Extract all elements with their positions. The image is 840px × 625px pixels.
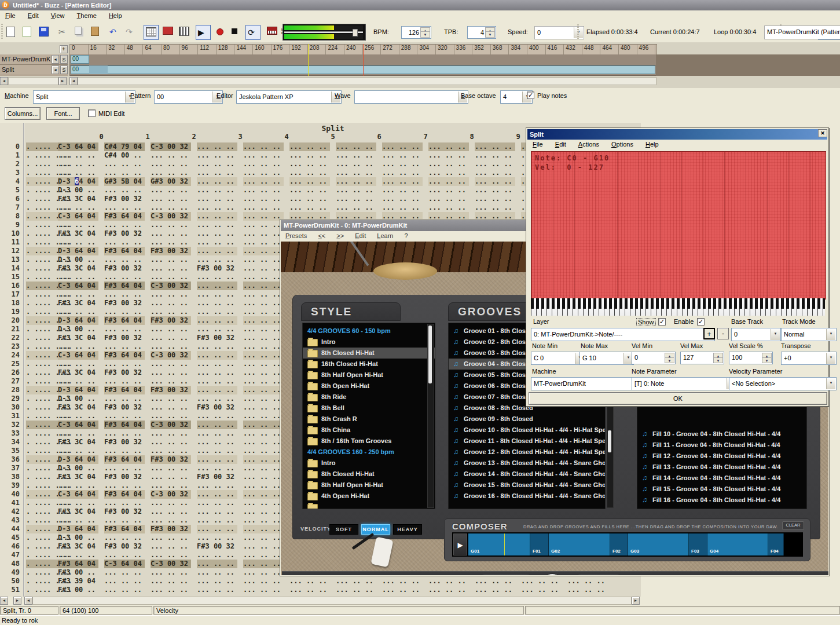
- pattern-cell[interactable]: ... .. ..: [151, 368, 191, 377]
- pattern-cell[interactable]: F#3 64 04: [104, 421, 145, 429]
- pattern-cell[interactable]: ... .. ..: [104, 577, 145, 586]
- add-track-button[interactable]: +: [60, 45, 68, 53]
- track-solo-button[interactable]: S: [60, 55, 68, 64]
- pattern-cell[interactable]: ... .. ..: [475, 177, 515, 186]
- pattern-cell[interactable]: C-3 00 32: [151, 212, 191, 221]
- pattern-cell[interactable]: C-3 64 04: [58, 490, 98, 499]
- pattern-cell[interactable]: ... .. ..: [197, 507, 237, 516]
- pattern-cell[interactable]: ... .. ..: [151, 533, 191, 542]
- pattern-cell[interactable]: ... .. ..: [197, 421, 237, 429]
- pattern-cell[interactable]: ... .. ..: [151, 516, 191, 525]
- groove-item[interactable]: ♫Groove 16 - 8th Closed Hi-Hat - 4/4 - S…: [449, 491, 605, 502]
- pattern-cell[interactable]: C-3 00 32: [151, 560, 191, 568]
- composer-track[interactable]: ▶ G01F01G02F02G03F03G04F04: [452, 532, 803, 557]
- pattern-cell[interactable]: C#4 79 04: [104, 142, 145, 151]
- vel-max-field[interactable]: 127 ▲ ▼: [680, 352, 724, 364]
- loop-button[interactable]: ⟳: [245, 25, 261, 40]
- pattern-cell[interactable]: D-3 00 ..: [58, 464, 98, 473]
- style-folder-item[interactable]: 4th Open Hi-Hat: [303, 491, 435, 502]
- pattern-cell[interactable]: ... .. ..: [336, 577, 376, 586]
- record-button[interactable]: [213, 25, 227, 39]
- pattern-cell[interactable]: ... .. ..: [243, 290, 284, 299]
- pattern-cell[interactable]: ... .. ..: [197, 447, 237, 455]
- pattern-cell[interactable]: ... .. ..: [243, 586, 284, 594]
- pattern-cell[interactable]: F#3 64 04: [58, 560, 98, 568]
- pattern-cell[interactable]: ... .. ..: [58, 151, 98, 160]
- columns-button[interactable]: Columns...: [5, 107, 41, 120]
- menu-file[interactable]: File: [0, 10, 21, 21]
- style-list-scrollbar[interactable]: [427, 324, 434, 508]
- pattern-cell[interactable]: D-3 00 ..: [58, 325, 98, 334]
- pattern-cell[interactable]: ... .. ..: [151, 342, 191, 351]
- pattern-cell[interactable]: C-3 64 04: [58, 212, 98, 221]
- pattern-cell[interactable]: ... .. ..: [58, 221, 98, 229]
- presets-menu[interactable]: Presets: [281, 231, 311, 239]
- pattern-cell[interactable]: ... .. ..: [197, 525, 237, 533]
- transpose-dropdown[interactable]: +0▼: [781, 352, 837, 365]
- track-mute-button[interactable]: ◄: [52, 55, 59, 64]
- gutter-scroll-left[interactable]: ◄: [0, 597, 8, 605]
- pattern-cell[interactable]: ... .. ..: [521, 577, 562, 586]
- pattern-cell[interactable]: ... .. ..: [104, 169, 145, 177]
- pattern-cell[interactable]: ... .. ..: [197, 169, 237, 177]
- pattern-cell[interactable]: ... .. ..: [475, 169, 515, 177]
- undo-button[interactable]: ↶: [108, 25, 122, 39]
- pattern-cell[interactable]: ... .. ..: [243, 473, 284, 481]
- fill-item[interactable]: ♫Fill 14 - Groove 04 - 8th Closed Hi-Hat…: [637, 473, 806, 484]
- groove-item[interactable]: ♫Groove 11 - 8th Closed Hi-Hat - 4/4 - H…: [449, 436, 605, 447]
- pattern-cell[interactable]: ... .. ..: [336, 186, 376, 195]
- ok-button[interactable]: OK: [529, 392, 827, 405]
- pattern-cell[interactable]: F#3 00 32: [104, 473, 145, 481]
- pattern-cell[interactable]: ... .. ..: [336, 586, 376, 594]
- pattern-cell[interactable]: C#4 00 ..: [104, 151, 145, 160]
- pattern-cell[interactable]: ... .. ..: [151, 151, 191, 160]
- pattern-cell[interactable]: ... .. ..: [197, 516, 237, 525]
- pattern-cell[interactable]: ... .. ..: [475, 195, 515, 203]
- pattern-cell[interactable]: C-3 00 32: [151, 421, 191, 429]
- pattern-cell[interactable]: F#3 00 32: [104, 334, 145, 342]
- pattern-cell[interactable]: ... .. ..: [197, 455, 237, 464]
- pattern-cell[interactable]: D-3 00 ..: [58, 533, 98, 542]
- fill-item[interactable]: ♫Fill 15 - Groove 04 - 8th Closed Hi-Hat…: [637, 484, 806, 495]
- pattern-cell[interactable]: ... .. ..: [104, 221, 145, 229]
- pattern-cell[interactable]: ... .. ..: [151, 568, 191, 577]
- composer-segment-f04[interactable]: F04: [768, 533, 784, 555]
- pattern-cell[interactable]: F#3 3C 04: [58, 264, 98, 273]
- style-folder-item[interactable]: 8th Open Hi-Hat: [303, 381, 435, 392]
- groove-item[interactable]: ♫Groove 10 - 8th Closed Hi-Hat - 4/4 - H…: [449, 425, 605, 436]
- redo-button[interactable]: ↷: [124, 25, 138, 39]
- piano-keyboard[interactable]: [531, 298, 825, 316]
- pattern-cell[interactable]: ... .. ..: [104, 203, 145, 212]
- pattern-cell[interactable]: ... .. ..: [243, 273, 284, 282]
- pattern-cell[interactable]: ... .. ..: [197, 464, 237, 473]
- note-min-dropdown[interactable]: C 0▼: [531, 352, 585, 365]
- split-menu-edit[interactable]: Edit: [550, 140, 571, 148]
- pattern-cell[interactable]: ... .. ..: [104, 586, 145, 594]
- pattern-cell[interactable]: ... .. ..: [289, 169, 330, 177]
- pattern-cell[interactable]: ... .. ..: [243, 316, 284, 325]
- pattern-cell[interactable]: ... .. ..: [336, 169, 376, 177]
- pattern-cell[interactable]: ... .. ..: [243, 481, 284, 490]
- piano-icon[interactable]: [265, 25, 279, 39]
- pattern-cell[interactable]: F#3 00 32: [104, 507, 145, 516]
- style-scrollbar-thumb[interactable]: [428, 326, 432, 383]
- layer-add-button[interactable]: +: [703, 328, 715, 339]
- pattern-cell[interactable]: ... .. ..: [58, 203, 98, 212]
- pattern-cell[interactable]: ... .. ..: [475, 203, 515, 212]
- pattern-cell[interactable]: ... .. ..: [243, 447, 284, 455]
- grooves-button[interactable]: GROOVES: [573, 575, 624, 575]
- pattern-cell[interactable]: ... .. ..: [104, 551, 145, 560]
- font-button[interactable]: Font...: [46, 107, 80, 120]
- pattern-cell[interactable]: ... .. ..: [104, 481, 145, 490]
- pattern-scroll-track[interactable]: [32, 597, 632, 605]
- pattern-cell[interactable]: ... .. ..: [104, 377, 145, 386]
- pattern-cell[interactable]: ... .. ..: [428, 195, 469, 203]
- pattern-cell[interactable]: ... .. ..: [104, 238, 145, 247]
- pattern-cell[interactable]: ... .. ..: [336, 151, 376, 160]
- pattern-cell[interactable]: ... .. ..: [289, 577, 330, 586]
- pattern-cell[interactable]: ... .. ..: [243, 186, 284, 195]
- drumkit-play-button[interactable]: ▶: [541, 573, 564, 575]
- pattern-cell[interactable]: ... .. ..: [197, 499, 237, 507]
- pattern-cell[interactable]: ... .. ..: [243, 507, 284, 516]
- seq-left-scroll-track[interactable]: [8, 77, 58, 85]
